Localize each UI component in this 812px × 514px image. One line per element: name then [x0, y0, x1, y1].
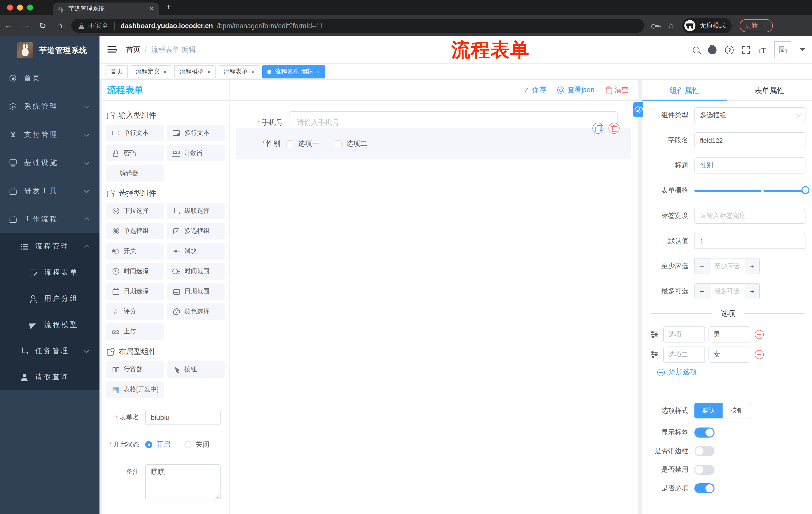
- component-chip-编辑器[interactable]: 编辑器: [106, 165, 164, 182]
- option-style-默认[interactable]: 默认: [694, 403, 723, 418]
- option-label-input[interactable]: 选项一: [663, 326, 705, 343]
- sidebar-item-系统管理[interactable]: 系统管理: [0, 92, 99, 121]
- option-value-input[interactable]: 女: [708, 347, 750, 362]
- remove-option-icon[interactable]: [755, 350, 764, 359]
- remark-textarea[interactable]: 嘿嘿: [145, 464, 221, 501]
- canvas-field-gender-selected[interactable]: 性别 选项一选项二: [236, 128, 631, 159]
- add-option-button[interactable]: 添加选项: [657, 368, 806, 377]
- switch-off[interactable]: [694, 465, 715, 475]
- not-secure-label[interactable]: 不安全: [88, 21, 108, 30]
- switch-on[interactable]: [694, 483, 715, 493]
- label-width-input[interactable]: 请输入标签宽度: [694, 208, 806, 224]
- sidebar-item-支付管理[interactable]: ¥支付管理: [0, 121, 99, 149]
- option-style-按钮[interactable]: 按钮: [723, 403, 751, 418]
- field-name-input[interactable]: field122: [694, 132, 806, 148]
- sidebar-item-流程模型[interactable]: 流程模型: [0, 312, 99, 338]
- component-chip-下拉选择[interactable]: 下拉选择: [106, 203, 164, 219]
- component-chip-级联选择[interactable]: 级联选择: [167, 203, 225, 219]
- sidebar-logo[interactable]: 芋道管理系统: [0, 36, 99, 64]
- fullscreen-icon[interactable]: [743, 46, 750, 54]
- update-label[interactable]: 更新: [745, 21, 758, 30]
- password-key-icon[interactable]: [651, 23, 659, 29]
- page-tab-流程模型[interactable]: 流程模型×: [175, 65, 215, 78]
- tab-close-icon[interactable]: ✕: [149, 5, 154, 12]
- copy-component-button[interactable]: [592, 123, 604, 134]
- component-chip-行容器[interactable]: 行容器: [106, 361, 164, 378]
- checkbox-icon[interactable]: [335, 140, 342, 147]
- component-chip-日期选择[interactable]: 日期选择: [106, 283, 164, 300]
- close-icon[interactable]: ×: [251, 69, 255, 75]
- form-name-input[interactable]: biubiu: [145, 410, 221, 425]
- forward-icon[interactable]: →: [17, 21, 34, 31]
- slider-track[interactable]: [694, 190, 806, 192]
- radio-closed[interactable]: 关闭: [184, 440, 209, 449]
- component-chip-时间范围[interactable]: 时间范围: [167, 263, 225, 280]
- component-chip-评分[interactable]: ☆评分: [106, 303, 164, 320]
- sidebar-item-研发工具[interactable]: 研发工具: [0, 177, 99, 205]
- sidebar-item-基础设施[interactable]: 基础设施: [0, 149, 99, 177]
- decrease-button[interactable]: −: [695, 259, 709, 274]
- save-button[interactable]: ✓ 保存: [523, 85, 546, 94]
- drag-handle-icon[interactable]: [650, 331, 659, 338]
- bookmark-star-icon[interactable]: ☆: [667, 22, 674, 30]
- address-bar[interactable]: 不安全 dashboard.yudao.iocoder.cn/bpm/manag…: [71, 19, 644, 33]
- font-size-icon[interactable]: TT: [758, 46, 766, 54]
- radio-open[interactable]: 开启: [145, 440, 170, 449]
- browser-tab[interactable]: 芋道管理系统 ✕: [53, 2, 159, 15]
- back-icon[interactable]: ←: [0, 21, 17, 31]
- chevron-down-icon[interactable]: [800, 48, 805, 51]
- collapse-menu-icon[interactable]: [108, 46, 116, 53]
- update-chrome-button[interactable]: 更新 ⋮: [740, 19, 773, 32]
- close-window-icon[interactable]: [7, 4, 13, 10]
- page-tab-首页[interactable]: 首页: [106, 65, 127, 78]
- sidebar-item-首页[interactable]: 首页: [0, 64, 99, 92]
- clear-button[interactable]: 清空: [606, 85, 629, 94]
- component-chip-日期范围[interactable]: 日期范围: [167, 283, 225, 300]
- component-chip-时间选择[interactable]: 时间选择: [106, 263, 164, 280]
- component-chip-多选框组[interactable]: 多选框组: [167, 223, 225, 239]
- sidebar-item-任务管理[interactable]: 任务管理: [0, 338, 99, 364]
- page-tab-流程表单-编辑[interactable]: 流程表单-编辑×: [263, 65, 325, 78]
- drag-handle-icon[interactable]: [650, 351, 659, 358]
- close-icon[interactable]: ×: [163, 69, 167, 75]
- component-chip-滑块[interactable]: 滑块: [167, 243, 225, 260]
- link-handle-button[interactable]: [633, 102, 643, 117]
- close-icon[interactable]: ×: [207, 69, 210, 75]
- tab-form-props[interactable]: 表单属性: [727, 80, 812, 101]
- sidebar-item-请假查询[interactable]: 请假查询: [0, 364, 99, 390]
- form-grid-slider[interactable]: [694, 183, 806, 199]
- browser-menu-icon[interactable]: ⋮: [762, 22, 768, 29]
- slider-thumb[interactable]: [802, 186, 810, 194]
- zoom-window-icon[interactable]: [27, 4, 33, 10]
- sidebar-item-工作流程[interactable]: 工作流程: [0, 205, 99, 233]
- component-chip-颜色选择[interactable]: 颜色选择: [167, 303, 225, 320]
- minimize-window-icon[interactable]: [17, 4, 23, 10]
- switch-on[interactable]: [694, 428, 715, 437]
- component-chip-开关[interactable]: 开关: [106, 243, 164, 260]
- switch-off[interactable]: [694, 446, 715, 456]
- not-secure-icon[interactable]: [78, 23, 84, 28]
- default-value-input[interactable]: 1: [694, 233, 806, 249]
- increase-button[interactable]: +: [745, 283, 759, 299]
- component-chip-按钮[interactable]: 按钮: [167, 361, 225, 378]
- sidebar-item-流程表单[interactable]: 流程表单: [0, 260, 99, 286]
- option-label-input[interactable]: 选项二: [663, 347, 705, 362]
- remove-option-icon[interactable]: [755, 330, 764, 339]
- option-value-input[interactable]: 男: [708, 326, 750, 343]
- search-icon[interactable]: [693, 47, 700, 53]
- component-chip-密码[interactable]: 密码: [106, 145, 164, 161]
- increase-button[interactable]: +: [745, 259, 759, 274]
- page-tab-流程定义[interactable]: 流程定义×: [130, 65, 172, 78]
- checkbox-option[interactable]: 选项二: [335, 139, 367, 148]
- sidebar-item-流程管理[interactable]: 流程管理: [0, 233, 99, 260]
- home-icon[interactable]: ⌂: [51, 21, 68, 31]
- window-controls[interactable]: [7, 4, 33, 10]
- max-select-input[interactable]: 最多可选: [709, 283, 745, 299]
- sidebar-item-用户分组[interactable]: 用户分组: [0, 286, 99, 312]
- component-chip-计数器[interactable]: 123计数器: [167, 145, 225, 161]
- component-chip-多行文本[interactable]: 多行文本: [167, 125, 225, 141]
- new-tab-button[interactable]: +: [166, 2, 171, 12]
- checkbox-option[interactable]: 选项一: [286, 139, 319, 148]
- component-chip-单行文本[interactable]: 单行文本: [106, 125, 164, 141]
- component-type-select[interactable]: 多选框组: [694, 107, 806, 123]
